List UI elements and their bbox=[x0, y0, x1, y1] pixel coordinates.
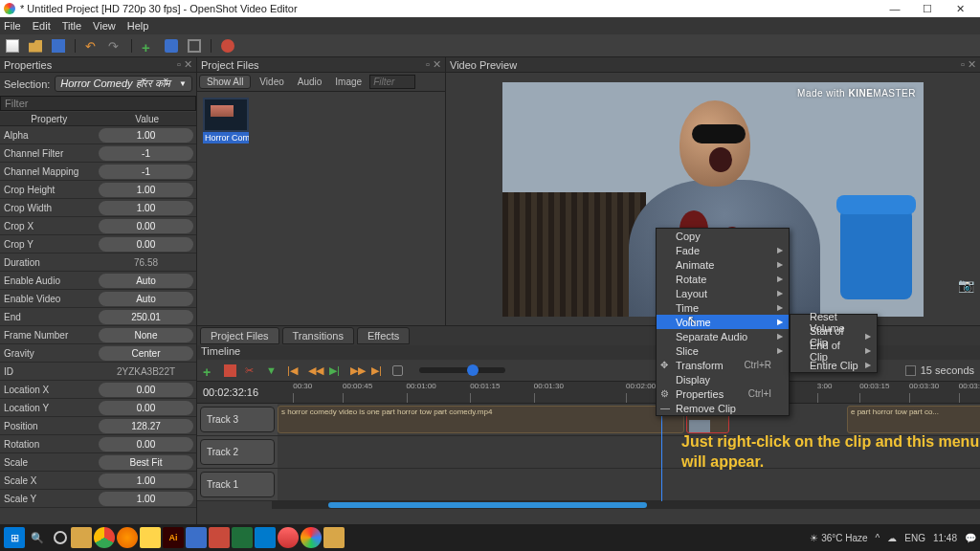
project-file-thumb[interactable]: Horror Com... bbox=[203, 98, 249, 143]
task-openshot-icon[interactable] bbox=[301, 527, 322, 548]
tab-effects[interactable]: Effects bbox=[357, 327, 410, 344]
property-value[interactable]: 0.00 bbox=[99, 401, 193, 415]
property-value[interactable]: 0.00 bbox=[99, 237, 193, 252]
close-button[interactable]: ✕ bbox=[944, 3, 976, 15]
property-value[interactable]: Auto bbox=[99, 274, 193, 288]
property-row[interactable]: Crop Y0.00 bbox=[0, 235, 196, 253]
property-row[interactable]: Channel Filter-1 bbox=[0, 144, 196, 163]
start-button[interactable]: ⊞ bbox=[4, 527, 25, 548]
property-value[interactable]: 1.00 bbox=[99, 183, 193, 197]
menu-title[interactable]: Title bbox=[62, 20, 81, 32]
save-project-icon[interactable] bbox=[52, 39, 65, 53]
seconds-checkbox[interactable] bbox=[905, 365, 916, 376]
track-label[interactable]: Track 3 bbox=[200, 407, 275, 432]
minimize-button[interactable]: — bbox=[879, 3, 911, 14]
context-menu-item[interactable]: Rotate▶ bbox=[657, 272, 789, 286]
snapshot-icon[interactable]: 📷 bbox=[958, 277, 974, 293]
context-submenu-item[interactable]: Entire Clip▶ bbox=[791, 358, 877, 372]
tray-chevron-icon[interactable]: ^ bbox=[876, 533, 880, 543]
next-marker-icon[interactable]: ▶| bbox=[371, 364, 384, 377]
task-vscode-icon[interactable] bbox=[255, 527, 276, 548]
timeline-clip[interactable]: e part horror tow part co... bbox=[847, 406, 980, 433]
track-label[interactable]: Track 1 bbox=[200, 472, 275, 497]
property-value[interactable]: 76.58 bbox=[99, 255, 193, 270]
snap-icon[interactable] bbox=[224, 364, 236, 377]
maximize-button[interactable]: ☐ bbox=[911, 3, 944, 15]
marker-icon[interactable]: ▼ bbox=[266, 364, 278, 377]
context-menu-item[interactable]: Layout▶ bbox=[657, 286, 789, 300]
property-row[interactable]: Rotation0.00 bbox=[0, 435, 196, 453]
center-playhead-icon[interactable] bbox=[392, 365, 403, 376]
property-row[interactable]: Position128.27 bbox=[0, 417, 196, 435]
timeline-clip[interactable]: s horror comedy video is one part horror… bbox=[278, 406, 684, 433]
context-menu-item[interactable]: Time▶ bbox=[657, 300, 789, 315]
property-row[interactable]: Enable VideoAuto bbox=[0, 290, 196, 308]
menu-view[interactable]: View bbox=[93, 20, 116, 32]
context-menu-item[interactable]: Fade▶ bbox=[657, 243, 789, 257]
task-app-icon[interactable] bbox=[209, 527, 230, 548]
property-value[interactable]: 128.27 bbox=[99, 419, 193, 433]
task-firefox-icon[interactable] bbox=[117, 527, 138, 548]
context-menu-item[interactable]: Slice▶ bbox=[657, 343, 789, 358]
forward-icon[interactable]: ▶▶ bbox=[350, 364, 363, 377]
playhead[interactable] bbox=[661, 404, 662, 501]
property-value[interactable]: 0.00 bbox=[99, 219, 193, 233]
context-menu-item[interactable]: Copy bbox=[657, 229, 789, 243]
task-illustrator-icon[interactable]: Ai bbox=[163, 527, 184, 548]
property-row[interactable]: ScaleBest Fit bbox=[0, 453, 196, 472]
context-menu-item[interactable]: Volume▶ bbox=[657, 315, 789, 329]
context-menu-item[interactable]: ✥TransformCtrl+R bbox=[657, 358, 789, 372]
property-row[interactable]: Crop Width1.00 bbox=[0, 199, 196, 217]
property-filter-input[interactable]: Filter bbox=[0, 96, 196, 111]
context-menu-item[interactable]: Animate▶ bbox=[657, 257, 789, 272]
prev-marker-icon[interactable]: |◀ bbox=[287, 364, 300, 377]
property-row[interactable]: End250.01 bbox=[0, 308, 196, 326]
tray-notifications-icon[interactable]: 💬 bbox=[965, 533, 976, 543]
task-app-icon[interactable] bbox=[186, 527, 207, 548]
open-project-icon[interactable] bbox=[29, 39, 42, 53]
property-row[interactable]: Duration76.58 bbox=[0, 253, 196, 272]
fullscreen-icon[interactable] bbox=[188, 39, 201, 53]
property-row[interactable]: Location Y0.00 bbox=[0, 399, 196, 417]
property-value[interactable]: -1 bbox=[99, 146, 193, 161]
context-menu-item[interactable]: Display bbox=[657, 372, 789, 386]
new-project-icon[interactable] bbox=[6, 39, 19, 53]
import-files-icon[interactable]: + bbox=[142, 39, 155, 53]
razor-icon[interactable]: ✂ bbox=[245, 364, 257, 377]
task-search-icon[interactable]: 🔍 bbox=[27, 527, 48, 548]
tab-transitions[interactable]: Transitions bbox=[282, 327, 354, 344]
panel-undock-icon[interactable]: ▫ ✕ bbox=[177, 58, 192, 71]
task-app-icon[interactable] bbox=[278, 527, 299, 548]
task-notes-icon[interactable] bbox=[140, 527, 161, 548]
property-value[interactable]: 250.01 bbox=[99, 310, 193, 324]
property-row[interactable]: Frame NumberNone bbox=[0, 326, 196, 344]
property-value[interactable]: Auto bbox=[99, 292, 193, 306]
property-value[interactable]: Best Fit bbox=[99, 455, 193, 470]
filter-image[interactable]: Image bbox=[329, 76, 368, 88]
undo-icon[interactable]: ↶ bbox=[85, 39, 99, 53]
task-app-icon[interactable] bbox=[323, 527, 345, 548]
property-value[interactable]: Center bbox=[99, 346, 193, 361]
track-label[interactable]: Track 2 bbox=[200, 439, 275, 465]
property-value[interactable]: 1.00 bbox=[99, 474, 193, 488]
context-menu-item[interactable]: Separate Audio▶ bbox=[657, 329, 789, 343]
context-menu-item[interactable]: ⚙PropertiesCtrl+I bbox=[657, 386, 789, 401]
project-files-filter[interactable] bbox=[369, 75, 415, 89]
context-submenu-item[interactable]: End of Clip▶ bbox=[791, 343, 877, 358]
export-icon[interactable] bbox=[221, 39, 234, 53]
panel-undock-icon[interactable]: ▫ ✕ bbox=[426, 58, 441, 71]
selection-dropdown[interactable]: Horror Comedy हॉरर कॉम▼ bbox=[55, 76, 192, 92]
property-value[interactable]: 0.00 bbox=[99, 437, 193, 452]
rewind-icon[interactable]: ◀◀ bbox=[308, 364, 321, 377]
property-value[interactable]: 2YZKA3B22T bbox=[99, 364, 193, 379]
property-row[interactable]: Enable AudioAuto bbox=[0, 272, 196, 290]
task-chrome-icon[interactable] bbox=[94, 527, 115, 548]
filter-video[interactable]: Video bbox=[254, 76, 289, 88]
zoom-slider[interactable] bbox=[419, 367, 505, 373]
property-row[interactable]: Scale X1.00 bbox=[0, 472, 196, 490]
task-cortana-icon[interactable] bbox=[54, 531, 67, 544]
property-row[interactable]: Alpha1.00 bbox=[0, 126, 196, 144]
property-value[interactable]: 1.00 bbox=[99, 201, 193, 215]
tab-project-files[interactable]: Project Files bbox=[200, 327, 279, 344]
property-row[interactable]: Crop Height1.00 bbox=[0, 181, 196, 199]
